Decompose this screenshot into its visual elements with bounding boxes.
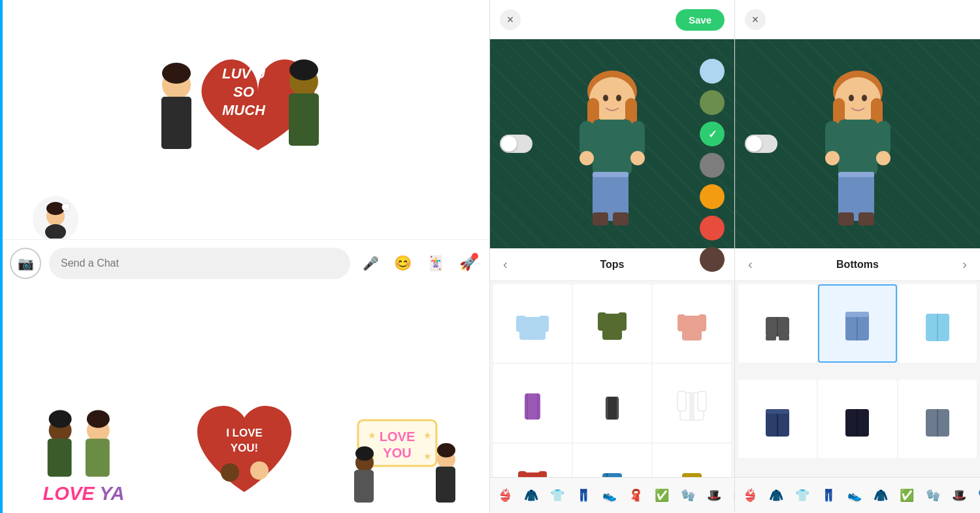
smiley-button[interactable]: 😊 [391, 252, 414, 275]
bottom-icon-bra[interactable]: 👙 [493, 484, 517, 507]
svg-rect-45 [593, 120, 632, 175]
svg-text:YOU: YOU [384, 446, 412, 460]
bottom-icon-tshirt[interactable]: 👕 [791, 484, 814, 507]
clothing-item[interactable] [573, 364, 651, 442]
svg-point-7 [289, 59, 318, 80]
svg-rect-35 [354, 470, 374, 503]
bottom-icon-shoes[interactable]: 👟 [843, 484, 866, 507]
chat-input[interactable] [49, 248, 350, 279]
clothing-item[interactable] [898, 380, 977, 458]
camera-button[interactable]: 📷 [10, 248, 41, 279]
clothing-item[interactable] [738, 284, 817, 363]
svg-rect-55 [516, 316, 526, 332]
svg-point-82 [862, 95, 867, 101]
bitmemo-button[interactable]: 🃏 [423, 252, 447, 275]
bottom-icon-jacket[interactable]: 🧣 [624, 484, 647, 507]
svg-text:SO: SO [233, 84, 254, 100]
luv-sticker-svg: LUV U SO MUCH [147, 20, 343, 183]
clothing-item[interactable] [653, 364, 731, 442]
bottom-icon-bra[interactable]: 👙 [738, 484, 762, 507]
color-swatch-green[interactable] [700, 122, 725, 146]
clothing-item[interactable] [738, 380, 817, 458]
tops-close-button[interactable]: × [500, 9, 521, 30]
svg-text:★: ★ [423, 430, 432, 440]
bottoms-category-nav: ‹ Bottoms › [735, 248, 980, 281]
love-ya-svg: LOVE YA [24, 402, 144, 506]
bottoms-toggle[interactable] [745, 135, 777, 153]
svg-text:★: ★ [368, 430, 376, 440]
bottom-icon-shirt[interactable]: 💙 [973, 484, 980, 507]
blue-accent-line [0, 0, 3, 513]
color-swatch-orange[interactable] [700, 184, 725, 209]
chat-input-bar: 📷 🎤 😊 🃏 🚀 [0, 239, 489, 287]
clothing-item[interactable] [898, 284, 977, 363]
i-love-you-content: I LOVE YOU! [179, 402, 310, 506]
color-swatch-gray[interactable] [700, 153, 725, 178]
svg-point-41 [603, 95, 608, 101]
clothing-item[interactable] [818, 380, 896, 458]
clothing-item[interactable] [573, 284, 651, 363]
bottom-icon-tshirt[interactable]: 👕 [546, 484, 569, 507]
clothing-item-selected[interactable] [818, 284, 896, 363]
mic-button[interactable]: 🎤 [358, 251, 383, 276]
bottom-icon-hat[interactable]: 🎩 [702, 484, 726, 507]
svg-text:LOVE: LOVE [380, 429, 415, 444]
tops-toggle[interactable] [500, 135, 532, 153]
bottom-icon-shirt[interactable]: 👔 [728, 484, 734, 507]
bottom-icon-shoes[interactable]: 👟 [598, 484, 621, 507]
svg-rect-70 [678, 391, 686, 411]
bottoms-close-button[interactable]: × [745, 9, 766, 30]
bottoms-next-arrow[interactable]: › [959, 254, 970, 275]
mic-icon: 🎤 [363, 256, 379, 271]
close-icon: × [752, 13, 759, 27]
bottom-icon-check[interactable]: ✅ [650, 484, 674, 507]
close-icon: × [507, 13, 514, 27]
svg-rect-97 [779, 335, 789, 340]
svg-rect-85 [838, 120, 877, 175]
svg-point-89 [876, 151, 890, 165]
clothing-item[interactable] [653, 444, 731, 477]
i-love-you-svg: I LOVE YOU! [188, 401, 302, 508]
svg-point-22 [221, 463, 239, 482]
bottom-icon-scarf[interactable]: 🧤 [921, 484, 945, 507]
rocket-button[interactable]: 🚀 [456, 252, 480, 275]
bottom-icon-hanger[interactable]: 🧥 [764, 484, 788, 507]
svg-rect-52 [593, 212, 608, 225]
clothing-item[interactable] [493, 364, 572, 442]
svg-rect-8 [289, 93, 319, 146]
toggle-circle [746, 136, 762, 152]
bottom-icon-check[interactable]: ✅ [895, 484, 919, 507]
clothing-item[interactable] [493, 444, 572, 477]
clothing-item[interactable] [573, 444, 651, 477]
color-swatch-brown[interactable] [700, 247, 725, 272]
love-you-sign-sticker[interactable]: ★ ★ ★ ★ LOVE YOU [325, 402, 486, 506]
sticker-row: LOVE YA I LOVE YOU! [0, 287, 489, 513]
love-ya-sticker[interactable]: LOVE YA [3, 402, 164, 506]
i-love-you-sticker[interactable]: I LOVE YOU! [164, 402, 325, 506]
bottom-icon-hat[interactable]: 🎩 [947, 484, 971, 507]
color-swatch-olive[interactable] [700, 90, 725, 115]
chat-panel: LUV U SO MUCH [0, 0, 490, 513]
bottoms-prev-arrow[interactable]: ‹ [745, 254, 756, 275]
tops-category-label: Tops [600, 259, 624, 271]
bottoms-clothing-grid [735, 281, 980, 477]
svg-point-88 [825, 151, 840, 165]
camera-icon: 📷 [18, 256, 34, 271]
save-button[interactable]: Save [676, 9, 725, 31]
smiley-icon: 😊 [394, 255, 412, 272]
bottom-icon-scarf[interactable]: 🧤 [676, 484, 700, 507]
clothing-item[interactable] [493, 284, 572, 363]
bottom-icon-hanger[interactable]: 🧥 [519, 484, 543, 507]
bottom-icon-pants[interactable]: 👖 [572, 484, 595, 507]
color-swatch-lightblue[interactable] [700, 59, 725, 84]
bottom-icon-jacket[interactable]: 🧥 [869, 484, 892, 507]
clothing-item[interactable] [653, 284, 731, 363]
tops-avatar-svg [570, 62, 655, 225]
tops-prev-arrow[interactable]: ‹ [500, 254, 511, 275]
svg-rect-53 [613, 212, 629, 225]
tops-bitmoji-preview [490, 39, 734, 248]
svg-rect-58 [598, 312, 606, 331]
tops-bottom-icons-bar: 👙 🧥 👕 👖 👟 🧣 ✅ 🧤 🎩 👔 [490, 477, 734, 513]
color-swatch-red[interactable] [700, 216, 725, 240]
bottom-icon-pants-active[interactable]: 👖 [817, 484, 840, 507]
